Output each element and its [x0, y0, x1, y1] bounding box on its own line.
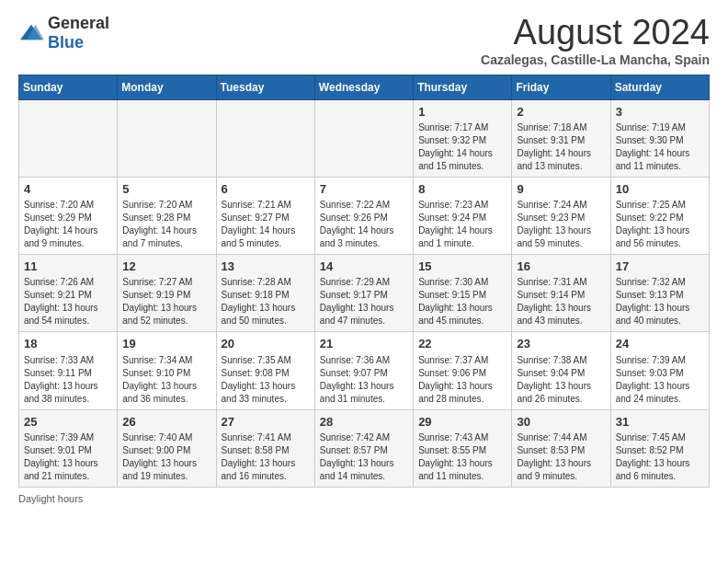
- day-info: Sunrise: 7:29 AM Sunset: 9:17 PM Dayligh…: [320, 276, 408, 327]
- day-info: Sunrise: 7:31 AM Sunset: 9:14 PM Dayligh…: [517, 276, 605, 327]
- calendar-cell: 28Sunrise: 7:42 AM Sunset: 8:57 PM Dayli…: [314, 409, 413, 487]
- logo-icon: [18, 23, 44, 43]
- calendar-cell: 9Sunrise: 7:24 AM Sunset: 9:23 PM Daylig…: [512, 177, 610, 254]
- day-number: 23: [517, 336, 605, 352]
- header-saturday: Saturday: [610, 75, 709, 99]
- week-row-1: 4Sunrise: 7:20 AM Sunset: 9:29 PM Daylig…: [19, 177, 710, 254]
- calendar-cell: [314, 99, 413, 177]
- day-info: Sunrise: 7:34 AM Sunset: 9:10 PM Dayligh…: [122, 354, 210, 406]
- day-info: Sunrise: 7:22 AM Sunset: 9:26 PM Dayligh…: [320, 199, 408, 250]
- header-monday: Monday: [118, 75, 216, 99]
- day-number: 31: [616, 414, 704, 431]
- day-info: Sunrise: 7:21 AM Sunset: 9:27 PM Dayligh…: [222, 199, 310, 250]
- day-info: Sunrise: 7:36 AM Sunset: 9:07 PM Dayligh…: [320, 354, 408, 406]
- day-number: 3: [616, 104, 704, 121]
- calendar-cell: [118, 99, 216, 177]
- title-area: August 2024 Cazalegas, Castille-La Manch…: [481, 14, 710, 67]
- calendar-cell: [216, 99, 314, 177]
- day-number: 21: [320, 336, 408, 352]
- day-number: 19: [122, 336, 210, 352]
- day-info: Sunrise: 7:45 AM Sunset: 8:52 PM Dayligh…: [616, 431, 704, 483]
- day-info: Sunrise: 7:43 AM Sunset: 8:55 PM Dayligh…: [418, 431, 506, 483]
- calendar-cell: 18Sunrise: 7:33 AM Sunset: 9:11 PM Dayli…: [19, 332, 118, 409]
- week-row-4: 25Sunrise: 7:39 AM Sunset: 9:01 PM Dayli…: [19, 409, 710, 487]
- day-info: Sunrise: 7:39 AM Sunset: 9:01 PM Dayligh…: [24, 431, 112, 483]
- day-number: 25: [24, 414, 112, 431]
- calendar-cell: 15Sunrise: 7:30 AM Sunset: 9:15 PM Dayli…: [414, 255, 512, 332]
- day-info: Sunrise: 7:19 AM Sunset: 9:30 PM Dayligh…: [616, 121, 704, 173]
- calendar-table: SundayMondayTuesdayWednesdayThursdayFrid…: [18, 75, 710, 488]
- day-number: 11: [24, 259, 112, 275]
- calendar-cell: 19Sunrise: 7:34 AM Sunset: 9:10 PM Dayli…: [118, 332, 216, 409]
- day-number: 27: [222, 414, 310, 431]
- calendar-cell: [19, 99, 118, 177]
- day-info: Sunrise: 7:27 AM Sunset: 9:19 PM Dayligh…: [122, 276, 210, 327]
- calendar-cell: 21Sunrise: 7:36 AM Sunset: 9:07 PM Dayli…: [314, 332, 413, 409]
- calendar-cell: 25Sunrise: 7:39 AM Sunset: 9:01 PM Dayli…: [19, 409, 118, 487]
- day-info: Sunrise: 7:38 AM Sunset: 9:04 PM Dayligh…: [517, 354, 605, 406]
- day-info: Sunrise: 7:44 AM Sunset: 8:53 PM Dayligh…: [517, 431, 605, 483]
- day-info: Sunrise: 7:20 AM Sunset: 9:28 PM Dayligh…: [122, 199, 210, 250]
- day-info: Sunrise: 7:26 AM Sunset: 9:21 PM Dayligh…: [24, 276, 112, 327]
- day-number: 9: [517, 181, 605, 198]
- day-info: Sunrise: 7:37 AM Sunset: 9:06 PM Dayligh…: [418, 354, 506, 406]
- day-info: Sunrise: 7:30 AM Sunset: 9:15 PM Dayligh…: [418, 276, 506, 327]
- day-info: Sunrise: 7:33 AM Sunset: 9:11 PM Dayligh…: [24, 354, 112, 406]
- calendar-cell: 23Sunrise: 7:38 AM Sunset: 9:04 PM Dayli…: [512, 332, 610, 409]
- logo-general: General: [48, 14, 109, 32]
- day-number: 2: [517, 104, 605, 121]
- day-info: Sunrise: 7:39 AM Sunset: 9:03 PM Dayligh…: [616, 354, 704, 406]
- day-number: 4: [24, 181, 112, 198]
- calendar-cell: 27Sunrise: 7:41 AM Sunset: 8:58 PM Dayli…: [216, 409, 314, 487]
- day-info: Sunrise: 7:24 AM Sunset: 9:23 PM Dayligh…: [517, 199, 605, 250]
- week-row-2: 11Sunrise: 7:26 AM Sunset: 9:21 PM Dayli…: [19, 255, 710, 332]
- calendar-cell: 10Sunrise: 7:25 AM Sunset: 9:22 PM Dayli…: [610, 177, 709, 254]
- calendar-cell: 16Sunrise: 7:31 AM Sunset: 9:14 PM Dayli…: [512, 255, 610, 332]
- day-number: 17: [616, 259, 704, 275]
- header-tuesday: Tuesday: [216, 75, 314, 99]
- day-number: 30: [517, 414, 605, 431]
- calendar-cell: 26Sunrise: 7:40 AM Sunset: 9:00 PM Dayli…: [118, 409, 216, 487]
- calendar-cell: 30Sunrise: 7:44 AM Sunset: 8:53 PM Dayli…: [512, 409, 610, 487]
- week-row-3: 18Sunrise: 7:33 AM Sunset: 9:11 PM Dayli…: [19, 332, 710, 409]
- footer-note: Daylight hours: [18, 493, 710, 504]
- day-info: Sunrise: 7:23 AM Sunset: 9:24 PM Dayligh…: [418, 199, 506, 250]
- day-number: 29: [418, 414, 506, 431]
- header-wednesday: Wednesday: [314, 75, 413, 99]
- day-info: Sunrise: 7:17 AM Sunset: 9:32 PM Dayligh…: [418, 121, 506, 173]
- calendar-cell: 6Sunrise: 7:21 AM Sunset: 9:27 PM Daylig…: [216, 177, 314, 254]
- daylight-label: Daylight hours: [18, 493, 83, 504]
- day-info: Sunrise: 7:35 AM Sunset: 9:08 PM Dayligh…: [222, 354, 310, 406]
- day-number: 28: [320, 414, 408, 431]
- calendar-cell: 8Sunrise: 7:23 AM Sunset: 9:24 PM Daylig…: [414, 177, 512, 254]
- day-number: 15: [418, 259, 506, 275]
- day-info: Sunrise: 7:40 AM Sunset: 9:00 PM Dayligh…: [122, 431, 210, 483]
- day-number: 16: [517, 259, 605, 275]
- calendar-cell: 14Sunrise: 7:29 AM Sunset: 9:17 PM Dayli…: [314, 255, 413, 332]
- day-info: Sunrise: 7:32 AM Sunset: 9:13 PM Dayligh…: [616, 276, 704, 327]
- calendar-cell: 4Sunrise: 7:20 AM Sunset: 9:29 PM Daylig…: [19, 177, 118, 254]
- day-info: Sunrise: 7:28 AM Sunset: 9:18 PM Dayligh…: [222, 276, 310, 327]
- calendar-cell: 17Sunrise: 7:32 AM Sunset: 9:13 PM Dayli…: [610, 255, 709, 332]
- calendar-cell: 5Sunrise: 7:20 AM Sunset: 9:28 PM Daylig…: [118, 177, 216, 254]
- header-thursday: Thursday: [414, 75, 512, 99]
- day-info: Sunrise: 7:25 AM Sunset: 9:22 PM Dayligh…: [616, 199, 704, 250]
- calendar-cell: 20Sunrise: 7:35 AM Sunset: 9:08 PM Dayli…: [216, 332, 314, 409]
- calendar-body: 1Sunrise: 7:17 AM Sunset: 9:32 PM Daylig…: [19, 99, 710, 487]
- day-number: 5: [122, 181, 210, 198]
- location-subtitle: Cazalegas, Castille-La Mancha, Spain: [481, 52, 710, 67]
- header-sunday: Sunday: [19, 75, 118, 99]
- day-number: 24: [616, 336, 704, 352]
- day-info: Sunrise: 7:20 AM Sunset: 9:29 PM Dayligh…: [24, 199, 112, 250]
- header-row: SundayMondayTuesdayWednesdayThursdayFrid…: [19, 75, 710, 99]
- month-year-title: August 2024: [481, 14, 710, 52]
- calendar-cell: 2Sunrise: 7:18 AM Sunset: 9:31 PM Daylig…: [512, 99, 610, 177]
- calendar-cell: 7Sunrise: 7:22 AM Sunset: 9:26 PM Daylig…: [314, 177, 413, 254]
- day-number: 10: [616, 181, 704, 198]
- calendar-cell: 24Sunrise: 7:39 AM Sunset: 9:03 PM Dayli…: [610, 332, 709, 409]
- day-number: 7: [320, 181, 408, 198]
- day-info: Sunrise: 7:42 AM Sunset: 8:57 PM Dayligh…: [320, 431, 408, 483]
- calendar-cell: 1Sunrise: 7:17 AM Sunset: 9:32 PM Daylig…: [414, 99, 512, 177]
- day-number: 22: [418, 336, 506, 352]
- day-number: 20: [222, 336, 310, 352]
